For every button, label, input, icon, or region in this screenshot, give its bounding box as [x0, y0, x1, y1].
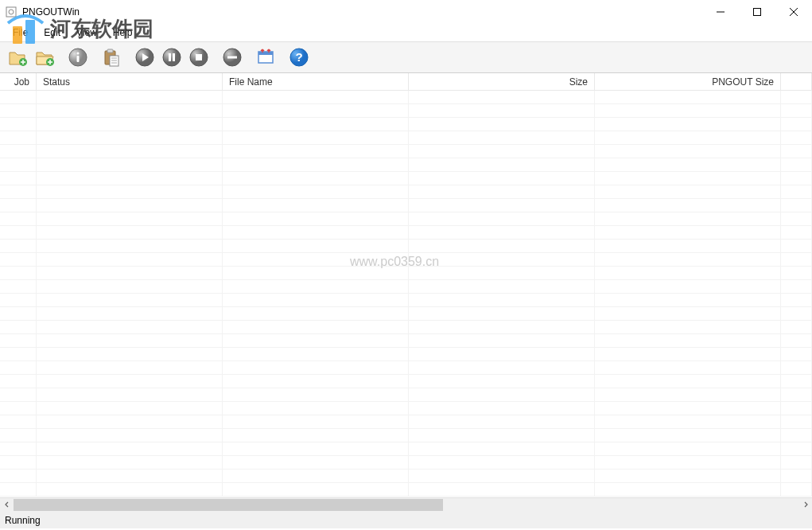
table-row[interactable] [0, 442, 812, 456]
column-header-pngout-size[interactable]: PNGOUT Size [595, 73, 781, 90]
window-title: PNGOUTWin [22, 6, 702, 18]
column-header-job[interactable]: Job [0, 73, 37, 90]
column-header-filename[interactable]: File Name [223, 73, 409, 90]
scroll-right-button[interactable] [798, 498, 812, 512]
table-row[interactable] [0, 212, 812, 226]
svg-point-11 [77, 53, 80, 55]
scroll-track[interactable] [14, 498, 798, 512]
horizontal-scrollbar[interactable] [0, 497, 812, 511]
table-row[interactable] [0, 145, 812, 158]
menu-help[interactable]: Help [107, 25, 139, 40]
scroll-left-button[interactable] [0, 498, 14, 512]
status-text: Running [5, 515, 41, 526]
table-row[interactable] [0, 361, 812, 375]
table-row[interactable] [0, 199, 812, 212]
stop-button[interactable] [186, 45, 212, 70]
table-row[interactable] [0, 91, 812, 104]
add-folder-button[interactable] [32, 45, 57, 70]
table-row[interactable] [0, 415, 812, 429]
svg-rect-5 [754, 9, 761, 16]
column-header-extra[interactable] [781, 73, 812, 90]
svg-text:?: ? [295, 50, 302, 64]
scroll-thumb[interactable] [14, 499, 443, 511]
play-button[interactable] [132, 45, 157, 70]
menu-edit[interactable]: Edit [37, 25, 67, 40]
grid-body[interactable] [0, 91, 812, 497]
table-row[interactable] [0, 483, 812, 497]
help-button[interactable]: ? [286, 45, 312, 70]
toolbar: ? [0, 41, 812, 73]
svg-point-20 [163, 49, 181, 66]
svg-rect-22 [173, 53, 175, 61]
columns-button[interactable] [253, 45, 278, 70]
table-row[interactable] [0, 334, 812, 348]
table-row[interactable] [0, 185, 812, 199]
table-row[interactable] [0, 402, 812, 415]
minimize-button[interactable] [702, 0, 739, 24]
add-file-button[interactable] [5, 45, 30, 70]
table-row[interactable] [0, 280, 812, 294]
close-button[interactable] [775, 0, 812, 24]
table-row[interactable] [0, 158, 812, 172]
column-header-status[interactable]: Status [37, 73, 223, 90]
table-row[interactable] [0, 253, 812, 267]
table-row[interactable] [0, 375, 812, 388]
table-row[interactable] [0, 240, 812, 253]
maximize-button[interactable] [739, 0, 775, 24]
table-row[interactable] [0, 456, 812, 470]
menu-file[interactable]: File [6, 25, 34, 40]
table-row[interactable] [0, 294, 812, 307]
svg-rect-21 [169, 53, 171, 61]
column-header-size[interactable]: Size [409, 73, 595, 90]
table-row[interactable] [0, 131, 812, 145]
svg-rect-12 [77, 56, 80, 62]
app-icon [5, 6, 17, 18]
table-row[interactable] [0, 321, 812, 334]
remove-button[interactable] [220, 45, 245, 70]
pause-button[interactable] [159, 45, 185, 70]
grid: Job Status File Name Size PNGOUT Size [0, 73, 812, 497]
info-button[interactable] [65, 45, 91, 70]
table-row[interactable] [0, 267, 812, 280]
svg-rect-2 [6, 7, 16, 17]
grid-header: Job Status File Name Size PNGOUT Size [0, 73, 812, 91]
menubar: File Edit View Help [0, 24, 812, 41]
paste-button[interactable] [99, 45, 124, 70]
table-row[interactable] [0, 388, 812, 402]
table-row[interactable] [0, 172, 812, 185]
menu-view[interactable]: View [70, 25, 103, 40]
svg-rect-28 [258, 52, 273, 55]
svg-rect-24 [196, 54, 202, 60]
table-row[interactable] [0, 118, 812, 131]
table-row[interactable] [0, 307, 812, 321]
table-row[interactable] [0, 348, 812, 361]
svg-rect-14 [107, 49, 113, 53]
titlebar: PNGOUTWin [0, 0, 812, 24]
table-row[interactable] [0, 104, 812, 118]
statusbar: Running [0, 511, 812, 528]
svg-rect-26 [227, 57, 237, 59]
table-row[interactable] [0, 470, 812, 483]
table-row[interactable] [0, 429, 812, 442]
table-row[interactable] [0, 226, 812, 240]
